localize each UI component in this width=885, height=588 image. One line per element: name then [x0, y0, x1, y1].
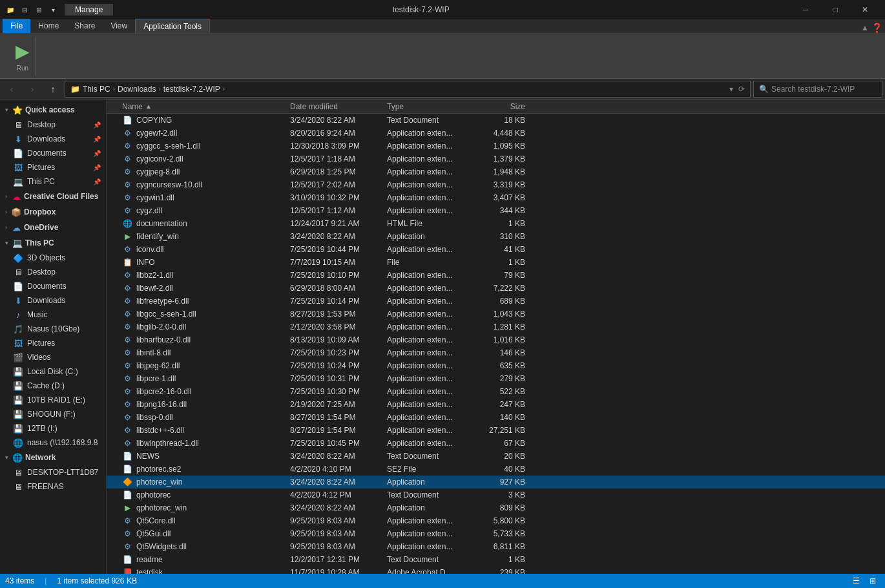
sidebar-section-network[interactable]: ▾ 🌐 Network: [0, 450, 106, 465]
sidebar-item-downloads[interactable]: ⬇ Downloads: [0, 293, 106, 308]
table-row[interactable]: 🌐 documentation 12/24/2017 9:21 AM HTML …: [107, 217, 885, 230]
sidebar-item-music[interactable]: ♪ Music: [0, 308, 106, 322]
sidebar-item-10tb[interactable]: 💾 10TB RAID1 (E:): [0, 393, 106, 407]
file-type-cell: Application exten...: [382, 295, 472, 308]
table-row[interactable]: ⚙ libpcre2-16-0.dll 7/25/2019 10:30 PM A…: [107, 385, 885, 398]
table-row[interactable]: ▶ fidentify_win 3/24/2020 8:22 AM Applic…: [107, 230, 885, 243]
table-row[interactable]: 📄 qphotorec 4/2/2020 4:12 PM Text Docume…: [107, 488, 885, 501]
table-row[interactable]: ⚙ libstdc++-6.dll 8/27/2019 1:54 PM Appl…: [107, 424, 885, 437]
col-header-size[interactable]: Size: [472, 100, 530, 114]
sidebar-item-desktop-pinned[interactable]: 🖥 Desktop 📌: [0, 118, 106, 132]
sidebar-item-nasus[interactable]: 🎵 Nasus (10Gbe): [0, 322, 106, 336]
search-bar[interactable]: 🔍 Search testdisk-7.2-WIP: [753, 81, 882, 98]
table-row[interactable]: ⚙ cygjpeg-8.dll 6/29/2018 1:25 PM Applic…: [107, 165, 885, 178]
sidebar-section-creative-cloud[interactable]: › ☁ Creative Cloud Files: [0, 189, 106, 204]
table-row[interactable]: ⚙ iconv.dll 7/25/2019 10:44 PM Applicati…: [107, 243, 885, 256]
file-size-cell: 41 KB: [472, 243, 530, 256]
table-row[interactable]: ⚙ libjpeg-62.dll 7/25/2019 10:24 PM Appl…: [107, 359, 885, 372]
manage-tab[interactable]: Manage: [65, 4, 113, 16]
address-testdisk[interactable]: testdisk-7.2-WIP: [163, 85, 220, 94]
sidebar-section-dropbox[interactable]: › 📦 Dropbox: [0, 204, 106, 220]
table-row[interactable]: 🔶 photorec_win 3/24/2020 8:22 AM Applica…: [107, 476, 885, 488]
table-row[interactable]: ⚙ libpng16-16.dll 2/19/2020 7:25 AM Appl…: [107, 398, 885, 411]
sidebar-item-downloads-pinned[interactable]: ⬇ Downloads 📌: [0, 132, 106, 146]
sidebar-item-localc[interactable]: 💾 Local Disk (C:): [0, 364, 106, 379]
table-row[interactable]: 📕 testdisk 11/7/2019 10:28 AM Adobe Acro…: [107, 566, 885, 574]
thispc-section-icon: 💻: [12, 238, 23, 248]
refresh-button[interactable]: ⟳: [738, 85, 745, 94]
sidebar-item-desktop[interactable]: 🖥 Desktop: [0, 265, 106, 279]
table-row[interactable]: ⚙ cyggcc_s-seh-1.dll 12/30/2018 3:09 PM …: [107, 140, 885, 152]
sidebar-item-freenas[interactable]: 🖥 FREENAS: [0, 479, 106, 494]
table-row[interactable]: ⚙ libgcc_s-seh-1.dll 8/27/2019 1:53 PM A…: [107, 308, 885, 320]
table-row[interactable]: 📋 INFO 7/7/2019 10:15 AM File 1 KB: [107, 256, 885, 269]
minimize-button[interactable]: ─: [791, 0, 820, 19]
file-name-text: libwinpthread-1.dll: [136, 439, 199, 448]
tab-application-tools[interactable]: Application Tools: [135, 19, 210, 33]
address-dropdown[interactable]: ▾: [729, 85, 733, 94]
sidebar-item-thispc-pinned[interactable]: 💻 This PC 📌: [0, 174, 106, 189]
file-date-cell: 3/24/2020 8:22 AM: [285, 230, 382, 243]
table-row[interactable]: ▶ qphotorec_win 3/24/2020 8:22 AM Applic…: [107, 501, 885, 514]
table-row[interactable]: 📄 COPYING 3/24/2020 8:22 AM Text Documen…: [107, 114, 885, 127]
table-row[interactable]: ⚙ Qt5Widgets.dll 9/25/2019 8:03 AM Appli…: [107, 540, 885, 553]
table-row[interactable]: ⚙ libharfbuzz-0.dll 8/13/2019 10:09 AM A…: [107, 333, 885, 346]
sidebar-item-desktop-ltt[interactable]: 🖥 DESKTOP-LTT1D87: [0, 465, 106, 479]
table-row[interactable]: ⚙ libintl-8.dll 7/25/2019 10:23 PM Appli…: [107, 346, 885, 359]
maximize-button[interactable]: □: [820, 0, 850, 19]
table-row[interactable]: ⚙ libwinpthread-1.dll 7/25/2019 10:45 PM…: [107, 437, 885, 450]
table-row[interactable]: 📄 photorec.se2 4/2/2020 4:10 PM SE2 File…: [107, 463, 885, 476]
address-bar[interactable]: 📁 This PC › Downloads › testdisk-7.2-WIP…: [65, 81, 751, 98]
file-name-cell: ⚙ libfreetype-6.dll: [117, 295, 285, 308]
sidebar-item-documents[interactable]: 📄 Documents: [0, 279, 106, 293]
view-large-button[interactable]: ⊞: [866, 575, 880, 587]
table-row[interactable]: ⚙ cygiconv-2.dll 12/5/2017 1:18 AM Appli…: [107, 152, 885, 165]
back-button[interactable]: ‹: [3, 81, 21, 98]
tab-view[interactable]: View: [103, 19, 135, 33]
sidebar-section-quick-access[interactable]: ▾ ⭐ Quick access: [0, 102, 106, 118]
sidebar-item-3dobjects[interactable]: 🔷 3D Objects: [0, 251, 106, 265]
sidebar-item-pictures-pinned[interactable]: 🖼 Pictures 📌: [0, 160, 106, 174]
sidebar-section-onedrive[interactable]: › ☁ OneDrive: [0, 220, 106, 235]
sidebar-item-documents-pinned[interactable]: 📄 Documents 📌: [0, 146, 106, 160]
sidebar-item-cached[interactable]: 💾 Cache (D:): [0, 379, 106, 393]
table-row[interactable]: ⚙ libewf-2.dll 6/29/2018 8:00 AM Applica…: [107, 282, 885, 295]
col-header-name[interactable]: Name ▲: [117, 100, 285, 114]
table-row[interactable]: ⚙ cygewf-2.dll 8/20/2016 9:24 AM Applica…: [107, 127, 885, 140]
ribbon-collapse[interactable]: ▲: [861, 23, 869, 32]
view-details-button[interactable]: ☰: [849, 575, 863, 587]
address-downloads[interactable]: Downloads: [118, 85, 156, 94]
table-row[interactable]: ⚙ libfreetype-6.dll 7/25/2019 10:14 PM A…: [107, 295, 885, 308]
table-row[interactable]: ⚙ cygz.dll 12/5/2017 1:12 AM Application…: [107, 204, 885, 217]
sidebar-item-12tbi[interactable]: 💾 12TB (I:): [0, 421, 106, 436]
tab-home[interactable]: Home: [30, 19, 67, 33]
table-row[interactable]: ⚙ libbz2-1.dll 7/25/2019 10:10 PM Applic…: [107, 269, 885, 282]
table-row[interactable]: ⚙ Qt5Gui.dll 9/25/2019 8:03 AM Applicati…: [107, 527, 885, 540]
forward-button[interactable]: ›: [23, 81, 41, 98]
table-row[interactable]: 📄 readme 12/2/2017 12:31 PM Text Documen…: [107, 553, 885, 566]
table-row[interactable]: ⚙ cygwin1.dll 3/10/2019 10:32 PM Applica…: [107, 191, 885, 204]
sidebar-item-nasus-net[interactable]: 🌐 nasus (\\192.168.9.8: [0, 436, 106, 450]
table-row[interactable]: ⚙ libpcre-1.dll 7/25/2019 10:31 PM Appli…: [107, 372, 885, 385]
help-icon[interactable]: ❓: [871, 23, 882, 33]
table-row[interactable]: ⚙ Qt5Core.dll 9/25/2019 8:03 AM Applicat…: [107, 514, 885, 527]
table-row[interactable]: ⚙ libglib-2.0-0.dll 2/12/2020 3:58 PM Ap…: [107, 320, 885, 333]
address-thispc[interactable]: This PC: [83, 85, 110, 94]
sidebar-item-pictures[interactable]: 🖼 Pictures: [0, 336, 106, 350]
tab-share[interactable]: Share: [67, 19, 103, 33]
col-header-type[interactable]: Type: [382, 100, 472, 114]
sidebar-10tb-label: 10TB RAID1 (E:): [27, 395, 101, 404]
sidebar-section-thispc[interactable]: ▾ 💻 This PC: [0, 235, 106, 251]
tab-file[interactable]: File: [3, 19, 30, 33]
sidebar-item-videos[interactable]: 🎬 Videos: [0, 350, 106, 364]
sidebar-item-shogunf[interactable]: 💾 SHOGUN (F:): [0, 407, 106, 421]
chevron-cc-icon: ›: [5, 193, 7, 200]
close-button[interactable]: ✕: [850, 0, 880, 19]
col-header-date[interactable]: Date modified: [285, 100, 382, 114]
nasus-net-icon: 🌐: [13, 437, 23, 448]
up-button[interactable]: ↑: [44, 81, 62, 98]
table-row[interactable]: 📄 NEWS 3/24/2020 8:22 AM Text Document 2…: [107, 450, 885, 463]
file-icon: ⚙: [122, 205, 132, 216]
table-row[interactable]: ⚙ cygncursesw-10.dll 12/5/2017 2:02 AM A…: [107, 178, 885, 191]
table-row[interactable]: ⚙ libssp-0.dll 8/27/2019 1:54 PM Applica…: [107, 411, 885, 424]
